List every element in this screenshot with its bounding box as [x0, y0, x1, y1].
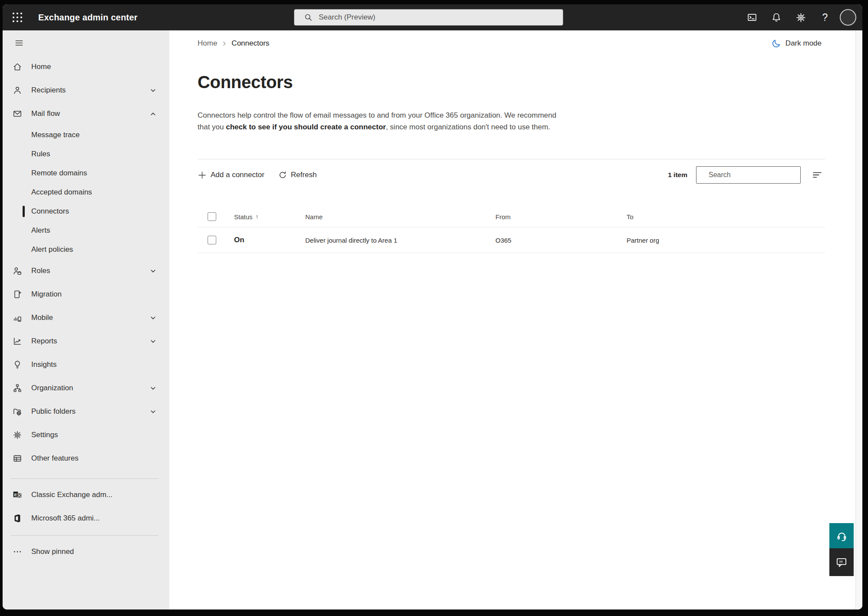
sidebar-nav: Home Recipients Mail flow: [3, 55, 169, 563]
connector-name: Deliver journal directly to Area 1: [305, 237, 495, 244]
floating-buttons: [829, 523, 854, 576]
sidebar-item-settings[interactable]: Settings: [3, 423, 169, 447]
sidebar-item-recipients[interactable]: Recipients: [3, 79, 169, 102]
sidebar-item-label: Recipients: [31, 86, 66, 95]
sidebar-divider: [11, 478, 158, 479]
select-all-checkbox[interactable]: [208, 212, 216, 221]
sidebar-item-public-folders[interactable]: Public folders: [3, 400, 169, 423]
column-header-from[interactable]: From: [495, 213, 627, 221]
exchange-admin-window: Exchange admin center: [3, 4, 862, 609]
row-checkbox[interactable]: [208, 236, 216, 244]
sidebar-item-label: Alert policies: [31, 245, 73, 254]
dark-mode-label: Dark mode: [785, 39, 822, 48]
sort-ascending-icon: ↑: [256, 213, 259, 220]
list-search-input[interactable]: [708, 171, 799, 179]
global-search[interactable]: [294, 9, 563, 26]
sidebar-item-other-features[interactable]: Other features: [3, 447, 169, 470]
sidebar-item-roles[interactable]: Roles: [3, 259, 169, 283]
sidebar-item-label: Alerts: [31, 226, 50, 235]
sidebar-item-label: Public folders: [31, 407, 76, 416]
terminal-icon[interactable]: [743, 8, 762, 27]
gear-icon[interactable]: [791, 8, 810, 27]
sidebar-item-label: Insights: [31, 360, 57, 369]
table-header-row: Status ↑ Name From To: [198, 206, 825, 227]
sidebar-item-remote-domains[interactable]: Remote domains: [3, 164, 169, 183]
sidebar-item-label: Home: [31, 63, 51, 71]
topbar-actions: ?: [743, 8, 862, 27]
sidebar-item-label: Settings: [31, 431, 58, 439]
page-title: Connectors: [198, 71, 825, 93]
app-launcher-icon[interactable]: [8, 8, 27, 27]
connector-from: O365: [495, 237, 627, 244]
refresh-label: Refresh: [291, 171, 317, 179]
table-row[interactable]: On Deliver journal directly to Area 1 O3…: [198, 227, 825, 253]
section-divider: [198, 159, 825, 159]
sidebar-item-label: Classic Exchange adm...: [31, 491, 112, 499]
sidebar: Home Recipients Mail flow: [3, 30, 169, 609]
sidebar-item-mobile[interactable]: Mobile: [3, 306, 169, 329]
folder-globe-icon: [11, 407, 23, 416]
refresh-icon: [278, 171, 287, 179]
sort-filter-icon[interactable]: [809, 167, 825, 183]
ellipsis-icon: [11, 547, 23, 557]
description-text: , since most organizations don't need to…: [386, 123, 550, 131]
help-icon[interactable]: ?: [815, 8, 835, 27]
refresh-button[interactable]: Refresh: [278, 171, 317, 179]
sidebar-item-rules[interactable]: Rules: [3, 145, 169, 164]
scrollbar[interactable]: [855, 30, 862, 609]
sidebar-item-connectors[interactable]: Connectors: [3, 202, 169, 221]
global-search-input[interactable]: [318, 13, 558, 22]
sidebar-item-label: Migration: [31, 290, 62, 299]
sidebar-item-migration[interactable]: Migration: [3, 283, 169, 306]
sidebar-item-reports[interactable]: Reports: [3, 329, 169, 353]
mobile-icon: [11, 313, 23, 323]
create-connector-check-link[interactable]: check to see if you should create a conn…: [226, 123, 386, 131]
sidebar-item-alerts[interactable]: Alerts: [3, 221, 169, 240]
sidebar-item-label: Mail flow: [31, 109, 60, 118]
sidebar-item-microsoft-365[interactable]: Microsoft 365 admi...: [3, 507, 169, 530]
sidebar-item-organization[interactable]: Organization: [3, 376, 169, 400]
column-header-name[interactable]: Name: [305, 213, 495, 221]
column-header-status[interactable]: Status ↑: [234, 213, 305, 221]
command-bar: Add a connector Refresh 1 item: [198, 165, 825, 184]
roles-icon: [11, 266, 23, 276]
m365-logo-icon: [11, 514, 23, 523]
org-chart-icon: [11, 383, 23, 393]
support-button[interactable]: [829, 523, 854, 548]
sidebar-item-classic-exchange[interactable]: E Classic Exchange adm...: [3, 483, 169, 507]
sidebar-item-show-pinned[interactable]: Show pinned: [3, 540, 169, 563]
migration-icon: [11, 290, 23, 299]
chevron-down-icon: [150, 315, 156, 321]
sidebar-item-accepted-domains[interactable]: Accepted domains: [3, 183, 169, 202]
hamburger-menu-icon[interactable]: [12, 36, 26, 49]
sidebar-item-message-trace[interactable]: Message trace: [3, 125, 169, 145]
sidebar-item-label: Accepted domains: [31, 188, 92, 197]
bell-icon[interactable]: [767, 8, 786, 27]
main-content: Home Connectors Dark mode Connectors: [169, 30, 862, 609]
page-description: Connectors help control the flow of emai…: [198, 109, 564, 133]
breadcrumb: Home Connectors: [198, 39, 269, 48]
dark-mode-toggle[interactable]: Dark mode: [772, 39, 822, 48]
add-connector-button[interactable]: Add a connector: [198, 171, 264, 180]
avatar[interactable]: [840, 9, 856, 26]
breadcrumb-home-link[interactable]: Home: [198, 39, 217, 48]
sidebar-item-label: Organization: [31, 384, 73, 392]
column-header-to[interactable]: To: [627, 213, 825, 221]
sidebar-divider: [11, 535, 158, 536]
top-bar: Exchange admin center: [3, 4, 862, 30]
connector-to: Partner org: [627, 237, 825, 244]
list-search[interactable]: [696, 166, 801, 184]
gear-icon: [11, 430, 23, 440]
sidebar-item-insights[interactable]: Insights: [3, 353, 169, 376]
sidebar-item-label: Microsoft 365 admi...: [31, 514, 100, 523]
add-connector-label: Add a connector: [211, 171, 264, 179]
feedback-button[interactable]: [829, 548, 854, 576]
chevron-down-icon: [150, 87, 156, 94]
chevron-down-icon: [150, 408, 156, 415]
sidebar-item-mail-flow[interactable]: Mail flow: [3, 102, 169, 125]
sidebar-item-home[interactable]: Home: [3, 55, 169, 79]
svg-text:E: E: [14, 492, 17, 497]
sidebar-item-alert-policies[interactable]: Alert policies: [3, 240, 169, 259]
sidebar-item-label: Roles: [31, 267, 50, 275]
app-title: Exchange admin center: [38, 13, 138, 23]
